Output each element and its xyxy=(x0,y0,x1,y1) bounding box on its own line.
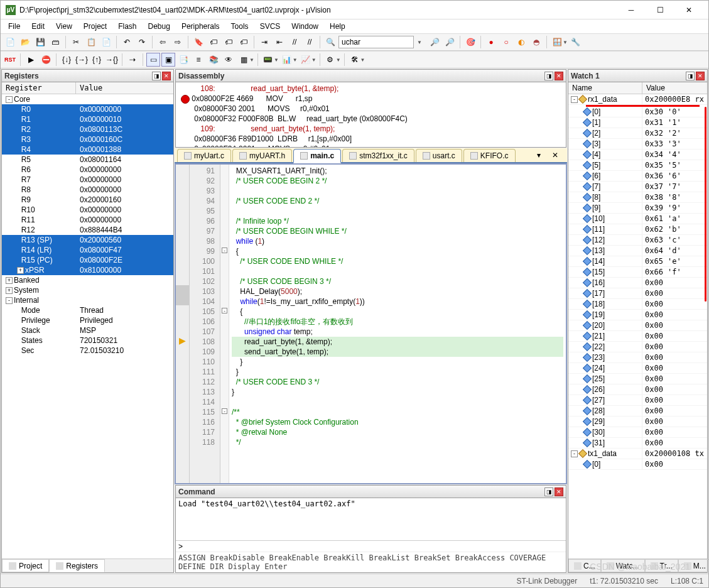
panel-close-icon[interactable]: ✕ xyxy=(696,72,705,80)
watch-row[interactable]: [14]0x65 'e' xyxy=(568,256,707,267)
watch-row[interactable]: [28]0x00 xyxy=(568,406,707,416)
watch-row[interactable]: [4]0x34 '4' xyxy=(568,150,707,160)
disassembly-content[interactable]: 108: read_uart_byte(1, &temp); 0x08000F2… xyxy=(176,82,566,147)
watch-row[interactable]: [17]0x00 xyxy=(568,288,707,299)
disasm-line[interactable]: 109: send_uart_byte(1, temp); xyxy=(176,124,566,134)
register-row[interactable]: R70x00000000 xyxy=(2,175,173,185)
watch-row[interactable]: [22]0x00 xyxy=(568,342,707,352)
watch-row[interactable]: -tx1_data0x20000108 tx xyxy=(568,449,707,459)
watch-row[interactable]: [24]0x00 xyxy=(568,363,707,374)
panel-close-icon[interactable]: ✕ xyxy=(555,487,563,496)
code-line[interactable]: * @brief System Clock Configuration xyxy=(232,417,563,427)
watch-row[interactable]: [11]0x62 'b' xyxy=(568,224,707,235)
bp-toggle-icon[interactable]: ● xyxy=(484,35,498,49)
code-line[interactable]: //串口1的接收fifo非空，有数收到 xyxy=(232,317,563,327)
comment-icon[interactable]: // xyxy=(288,35,301,49)
registers-win-icon[interactable]: ≡ xyxy=(192,53,205,67)
registers-col-value[interactable]: Value xyxy=(76,82,173,94)
watch-row[interactable]: [10]0x61 'a' xyxy=(568,214,707,224)
editor-tab[interactable]: KFIFO.c xyxy=(463,149,516,162)
code-editor[interactable]: ▶ 91929394959697989910010110210310410510… xyxy=(175,163,567,484)
disasm-line[interactable]: 0x08000F3A 2001 MOVS r0,#0x01 xyxy=(176,144,566,147)
panel-close-icon[interactable]: ✕ xyxy=(555,72,563,80)
panel-autohide-icon[interactable]: ◨ xyxy=(544,72,553,80)
code-line[interactable]: /* USER CODE END WHILE */ xyxy=(232,256,563,266)
register-row[interactable]: + xPSR0x81000000 xyxy=(2,265,173,275)
undo-icon[interactable]: ↶ xyxy=(120,35,134,49)
watch-row[interactable]: [26]0x00 xyxy=(568,384,707,395)
menu-view[interactable]: View xyxy=(51,21,77,32)
register-row[interactable]: StackMSP xyxy=(2,325,173,335)
menu-help[interactable]: Help xyxy=(325,21,350,32)
watch-row[interactable]: [19]0x00 xyxy=(568,310,707,320)
code-line[interactable]: /* Infinite loop */ xyxy=(232,216,563,226)
tab-registers[interactable]: Registers xyxy=(49,559,105,572)
command-input[interactable]: > xyxy=(176,540,566,552)
menu-flash[interactable]: Flash xyxy=(113,21,141,32)
menu-peripherals[interactable]: Peripherals xyxy=(176,21,225,32)
step-out-icon[interactable]: {↑} xyxy=(90,53,104,67)
fold-icon[interactable]: - xyxy=(222,308,227,313)
code-line[interactable]: /** xyxy=(232,407,563,417)
register-row[interactable]: Sec72.01503210 xyxy=(2,346,173,356)
sys-icon[interactable]: ⚙ xyxy=(323,53,337,67)
memory-icon[interactable]: ▦ xyxy=(237,53,251,67)
expand-icon[interactable]: + xyxy=(17,267,24,274)
reset-icon[interactable]: RST xyxy=(3,53,17,67)
nav-fwd-icon[interactable]: ⇨ xyxy=(171,35,185,49)
save-icon[interactable]: 💾 xyxy=(33,35,47,49)
registers-list[interactable]: - Core R00x00000000 R10x00000010 R20x080… xyxy=(2,94,173,558)
watch-row[interactable]: [3]0x33 '3' xyxy=(568,139,707,150)
register-row[interactable]: R110x00000000 xyxy=(2,215,173,225)
code-line[interactable]: while(1!=Is_my_uart_rxfifo_empty(1)) xyxy=(232,297,563,307)
watch-row[interactable]: [2]0x32 '2' xyxy=(568,128,707,139)
watch-row[interactable]: [8]0x38 '8' xyxy=(568,192,707,203)
expand-icon[interactable]: + xyxy=(6,287,13,294)
disasm-line[interactable]: 0x08000F32 F000F80B BL.W read_uart_byte … xyxy=(176,114,566,124)
watch-bottom-tab[interactable]: Tr... xyxy=(645,559,678,572)
breakpoint-icon[interactable] xyxy=(181,95,190,104)
register-row[interactable]: R15 (PC)0x08000F2E xyxy=(2,255,173,265)
watch-row[interactable]: [20]0x00 xyxy=(568,320,707,331)
watch-row[interactable]: [25]0x00 xyxy=(568,374,707,384)
watch-row[interactable]: [0]0x00 xyxy=(568,459,707,470)
analyzer-icon[interactable]: 📊 xyxy=(280,53,294,67)
run-to-icon[interactable]: →{} xyxy=(105,53,119,67)
disasm-line[interactable]: 0x08000F2E 4669 MOV r1,sp xyxy=(176,94,566,104)
expand-icon[interactable]: - xyxy=(6,297,13,304)
register-row[interactable]: + System xyxy=(2,285,173,295)
watch-row[interactable]: [16]0x00 xyxy=(568,278,707,288)
register-row[interactable]: R50x08001164 xyxy=(2,155,173,165)
bp-enable-icon[interactable]: ○ xyxy=(499,35,513,49)
expand-icon[interactable]: + xyxy=(6,277,13,284)
panel-autohide-icon[interactable]: ◨ xyxy=(544,487,553,496)
fold-icon[interactable]: - xyxy=(222,248,227,253)
disasm-line[interactable]: 108: read_uart_byte(1, &temp); xyxy=(176,84,566,94)
code-line[interactable] xyxy=(232,206,563,216)
code-line[interactable]: /* USER CODE END 2 */ xyxy=(232,196,563,206)
uncomment-icon[interactable]: // xyxy=(303,35,317,49)
paste-icon[interactable]: 📄 xyxy=(99,35,113,49)
menu-tools[interactable]: Tools xyxy=(226,21,254,32)
outdent-icon[interactable]: ⇤ xyxy=(273,35,286,49)
find-icon[interactable]: 🔍 xyxy=(323,35,337,49)
register-row[interactable]: R100x00000000 xyxy=(2,205,173,215)
step-over-icon[interactable]: {→} xyxy=(75,53,89,67)
menu-svcs[interactable]: SVCS xyxy=(255,21,286,32)
code-line[interactable] xyxy=(232,266,563,276)
code-line[interactable]: */ xyxy=(232,437,563,447)
stop-icon[interactable]: ⛔ xyxy=(39,53,53,67)
register-row[interactable]: R80x00000000 xyxy=(2,185,173,195)
copy-icon[interactable]: 📋 xyxy=(84,35,98,49)
nav-back-icon[interactable]: ⇦ xyxy=(156,35,170,49)
watch-row[interactable]: [31]0x00 xyxy=(568,438,707,449)
register-row[interactable]: R14 (LR)0x08000F47 xyxy=(2,245,173,255)
disasm-line[interactable]: 0x08000F30 2001 MOVS r0,#0x01 xyxy=(176,104,566,114)
menu-window[interactable]: Window xyxy=(286,21,323,32)
menu-file[interactable]: File xyxy=(3,21,25,32)
editor-tab[interactable]: stm32f1xx_it.c xyxy=(342,149,414,162)
new-icon[interactable]: 📄 xyxy=(3,35,17,49)
find-prev-icon[interactable]: 🔎 xyxy=(443,35,457,49)
find-next-icon[interactable]: 🔎 xyxy=(428,35,441,49)
code-line[interactable]: } xyxy=(232,387,563,397)
